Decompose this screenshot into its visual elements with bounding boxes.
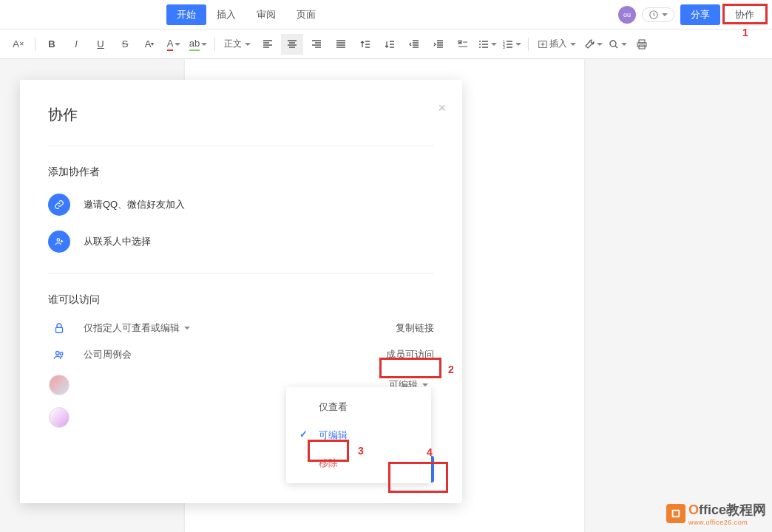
member-avatar-2 bbox=[49, 407, 70, 428]
from-contacts-option[interactable]: 从联系人中选择 bbox=[48, 231, 434, 253]
add-collaborators-heading: 添加协作者 bbox=[48, 166, 434, 179]
highlight-button[interactable]: ab bbox=[187, 34, 209, 55]
tools-button[interactable] bbox=[582, 34, 604, 55]
menu-view-only[interactable]: 仅查看 bbox=[286, 393, 431, 421]
team-name-label: 公司周例会 bbox=[84, 348, 373, 361]
lock-icon bbox=[48, 321, 70, 335]
from-contacts-label: 从联系人中选择 bbox=[84, 235, 151, 248]
svg-point-4 bbox=[479, 47, 481, 48]
svg-point-2 bbox=[479, 41, 481, 42]
watermark-url: www.office26.com bbox=[688, 519, 766, 526]
svg-rect-18 bbox=[674, 511, 679, 516]
svg-rect-14 bbox=[56, 327, 63, 332]
indent-decrease-button[interactable] bbox=[403, 34, 425, 55]
underline-button[interactable]: U bbox=[89, 34, 112, 55]
tab-list: 开始 插入 审阅 页面 bbox=[166, 4, 326, 25]
team-row: 公司周例会 成员可访问 bbox=[48, 348, 434, 361]
tab-insert[interactable]: 插入 bbox=[206, 4, 246, 25]
add-person-icon bbox=[48, 231, 70, 253]
tab-review[interactable]: 审阅 bbox=[246, 4, 286, 25]
user-avatar[interactable]: ou bbox=[618, 6, 636, 24]
format-toolbar: A✕ B I U S A▾ A ab 正文 123 插入 bbox=[0, 30, 772, 59]
watermark-logo-icon bbox=[666, 504, 685, 523]
svg-text:3: 3 bbox=[503, 45, 505, 50]
member-avatar-1 bbox=[49, 375, 70, 395]
access-restriction-row: 仅指定人可查看或编辑 复制链接 bbox=[48, 321, 434, 335]
checklist-button[interactable] bbox=[452, 34, 474, 55]
permission-dropdown: 仅查看 可编辑 移除 bbox=[286, 387, 431, 483]
number-list-button[interactable]: 123 bbox=[501, 34, 523, 55]
member-access-label: 成员可访问 bbox=[386, 348, 434, 361]
copy-link-button[interactable]: 复制链接 bbox=[396, 321, 434, 335]
invite-friends-label: 邀请QQ、微信好友加入 bbox=[84, 198, 185, 211]
watermark-brand: Office教程网 bbox=[688, 501, 766, 519]
clear-format-button[interactable]: A✕ bbox=[7, 34, 30, 55]
collaborate-button[interactable]: 协作 bbox=[725, 4, 765, 25]
bullet-list-button[interactable] bbox=[476, 34, 498, 55]
align-left-button[interactable] bbox=[257, 34, 279, 55]
svg-point-9 bbox=[610, 41, 616, 47]
dialog-title: 协作 bbox=[48, 105, 434, 125]
link-icon bbox=[48, 194, 70, 216]
align-justify-button[interactable] bbox=[330, 34, 352, 55]
insert-menu[interactable]: 插入 bbox=[534, 38, 580, 50]
zoom-button[interactable] bbox=[606, 34, 629, 55]
annotation-label-1: 1 bbox=[742, 27, 748, 38]
font-size-button[interactable]: A▾ bbox=[138, 34, 160, 55]
line-spacing-down-button[interactable] bbox=[379, 34, 401, 55]
align-center-button[interactable] bbox=[281, 34, 303, 55]
print-button[interactable] bbox=[631, 34, 653, 55]
invite-friends-option[interactable]: 邀请QQ、微信好友加入 bbox=[48, 194, 434, 216]
who-can-access-heading: 谁可以访问 bbox=[48, 293, 434, 307]
paragraph-style-select[interactable]: 正文 bbox=[220, 38, 254, 50]
indent-increase-button[interactable] bbox=[427, 34, 450, 55]
annotation-label-3: 3 bbox=[358, 445, 364, 457]
svg-rect-10 bbox=[639, 40, 645, 43]
line-spacing-up-button[interactable] bbox=[354, 34, 376, 55]
tab-page[interactable]: 页面 bbox=[286, 4, 326, 25]
svg-point-3 bbox=[479, 44, 481, 45]
align-right-button[interactable] bbox=[305, 34, 328, 55]
group-icon bbox=[48, 348, 70, 361]
bold-button[interactable]: B bbox=[41, 34, 63, 55]
history-button[interactable] bbox=[642, 7, 674, 22]
svg-point-13 bbox=[57, 239, 60, 242]
strikethrough-button[interactable]: S bbox=[114, 34, 136, 55]
share-button[interactable]: 分享 bbox=[680, 4, 720, 25]
watermark: Office教程网 www.office26.com bbox=[666, 501, 766, 526]
close-icon[interactable]: × bbox=[438, 100, 446, 116]
svg-point-16 bbox=[60, 352, 63, 355]
collaborate-dialog: 协作 × 添加协作者 邀请QQ、微信好友加入 从联系人中选择 谁可以访问 仅指定… bbox=[20, 80, 462, 503]
font-color-button[interactable]: A bbox=[163, 34, 185, 55]
annotation-label-2: 2 bbox=[448, 364, 454, 375]
access-restriction-select[interactable]: 仅指定人可查看或编辑 bbox=[84, 321, 382, 335]
svg-point-15 bbox=[56, 352, 60, 355]
top-nav: 开始 插入 审阅 页面 ou 分享 协作 bbox=[0, 0, 772, 30]
annotation-label-4: 4 bbox=[427, 446, 433, 458]
clock-icon bbox=[649, 10, 659, 20]
tab-start[interactable]: 开始 bbox=[166, 4, 206, 25]
italic-button[interactable]: I bbox=[65, 34, 87, 55]
